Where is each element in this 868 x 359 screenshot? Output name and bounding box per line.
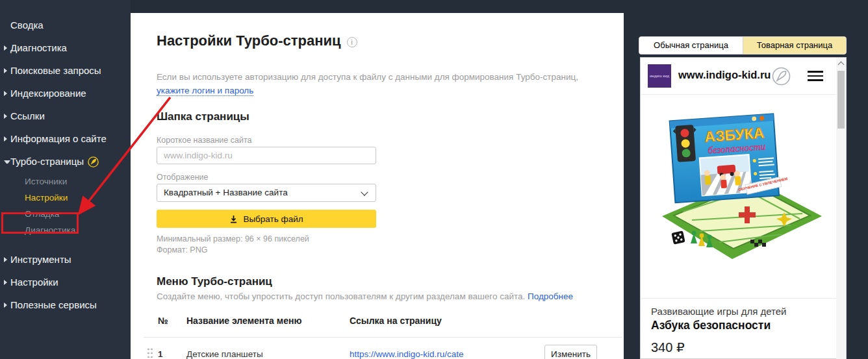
sidebar-item-label: Индексирование: [10, 86, 125, 101]
table-divider: [144, 337, 622, 338]
submenu-item-settings[interactable]: Настройки: [25, 192, 125, 204]
table-header-num: №: [158, 316, 168, 326]
sidebar-item-label: Настройки: [10, 275, 125, 290]
box-graphic: АЗБУКА безопасности: [669, 113, 789, 203]
scroll-up-icon[interactable]: [836, 58, 846, 68]
sidebar-item-search-queries[interactable]: Поисковые запросы: [4, 64, 125, 78]
sidebar-item-links[interactable]: Ссылки: [4, 109, 125, 123]
login-password-link[interactable]: укажите логин и пароль: [157, 86, 253, 96]
tab-product-page[interactable]: Товарная страница: [743, 37, 846, 54]
menu-burger-icon[interactable]: [808, 71, 823, 82]
sidebar-item-settings[interactable]: Настройки: [4, 275, 125, 290]
sidebar-item-label: Диагностика: [10, 41, 125, 55]
download-icon: [229, 215, 238, 223]
sidebar-item-indexing[interactable]: Индексирование: [4, 86, 125, 101]
sidebar-item-label: Полезные сервисы: [10, 298, 125, 312]
menu-description-text: Создайте меню, чтобы упростить доступ по…: [157, 291, 525, 301]
turbo-rocket-icon: [88, 156, 99, 171]
page-title: Настройки Турбо-страниц: [157, 32, 341, 49]
row-page-url-link[interactable]: https://www.indigo-kid.ru/cate: [350, 349, 464, 359]
sidebar-item-useful-services[interactable]: Полезные сервисы: [4, 298, 125, 312]
turbo-pages-submenu: Источники Настройки Отладка Диагностика: [4, 175, 125, 237]
chevron-right-icon: [4, 136, 10, 142]
display-label: Отображение: [157, 173, 208, 182]
preview-scrollbar: [836, 58, 846, 359]
tab-regular-page[interactable]: Обычная страница: [639, 37, 743, 54]
chevron-down-icon: [4, 160, 10, 164]
sidebar-item-site-info[interactable]: Информация о сайте: [4, 132, 125, 146]
format-hint: Формат: PNG: [157, 245, 207, 254]
divider: [641, 298, 837, 299]
sidebar-item-diagnostics[interactable]: Диагностика: [4, 41, 125, 55]
menu-description: Создайте меню, чтобы упростить доступ по…: [157, 291, 573, 301]
chevron-right-icon: [4, 68, 10, 73]
sidebar-item-label: Ссылки: [10, 109, 125, 123]
more-link[interactable]: Подробнее: [528, 291, 573, 301]
chevron-right-icon: [4, 91, 10, 96]
drag-handle-icon[interactable]: [147, 347, 153, 358]
edit-button[interactable]: Изменить: [544, 345, 597, 359]
preview-tabs: Обычная страница Товарная страница: [639, 36, 847, 55]
choose-file-button-label: Выбрать файл: [243, 214, 303, 224]
chevron-right-icon: [4, 303, 10, 308]
menu-section-title: Меню Турбо-страниц: [157, 275, 272, 288]
intro-text: Если вы используете авторизацию для дост…: [157, 72, 578, 82]
submenu-item-diagnostics[interactable]: Диагностика: [25, 224, 125, 237]
display-select-value: Квадратный + Название сайта: [164, 188, 288, 197]
yandex-webmaster-turbo-settings-page: { "sidebar": { "items": [ {"label": "Сво…: [0, 0, 868, 359]
sidebar-item-label: Информация о сайте: [10, 132, 125, 146]
sidebar-item-label: Инструменты: [10, 253, 125, 267]
sidebar-item-summary[interactable]: Сводка: [4, 18, 125, 32]
turbo-rocket-icon: [772, 67, 791, 88]
sidebar-item-turbo-pages[interactable]: Турбо-страницы: [4, 155, 125, 171]
chevron-right-icon: [4, 45, 10, 51]
sidebar: Сводка Диагностика Поисковые запросы Инд…: [0, 0, 131, 359]
submenu-item-debug[interactable]: Отладка: [25, 208, 125, 221]
chevron-right-icon: [4, 257, 10, 262]
table-header-name: Название элемента меню: [186, 316, 301, 326]
dice-graphic: [671, 230, 685, 244]
chevron-down-icon: [361, 188, 368, 195]
display-select[interactable]: Квадратный + Название сайта: [157, 184, 376, 202]
choose-file-button[interactable]: Выбрать файл: [157, 210, 376, 228]
site-url: www.indigo-kid.ru: [678, 69, 771, 81]
page-title-row: Настройки Турбо-страниц: [157, 32, 357, 49]
main-panel: Настройки Турбо-страниц Если вы использу…: [131, 13, 624, 359]
product-image: АЗБУКА безопасности: [641, 95, 837, 298]
site-name-label: Короткое название сайта: [157, 136, 252, 145]
product-name: Азбука безопасности: [651, 319, 771, 332]
sidebar-item-label: Турбо-страницы: [10, 155, 84, 169]
sidebar-item-label: Сводка: [10, 18, 125, 32]
submenu-item-sources[interactable]: Источники: [25, 175, 125, 188]
row-menu-item-name: Детские планшеты: [186, 349, 263, 359]
preview-site-header: индиго кид www.indigo-kid.ru: [641, 58, 837, 95]
site-logo: индиго кид: [648, 64, 671, 88]
min-size-hint: Минимальный размер: 96 × 96 пикселей: [157, 234, 309, 243]
table-header-url: Ссылка на страницу: [350, 316, 442, 326]
sidebar-item-tools[interactable]: Инструменты: [4, 253, 125, 267]
site-name-input[interactable]: [157, 147, 376, 164]
chevron-right-icon: [4, 280, 10, 285]
scrollbar-thumb[interactable]: [837, 71, 845, 129]
sidebar-item-label: Поисковые запросы: [10, 64, 125, 78]
header-section-title: Шапка страницы: [157, 110, 249, 123]
info-icon[interactable]: [347, 37, 357, 47]
product-category: Развивающие игры для детей: [651, 306, 786, 317]
intro-paragraph: Если вы используете авторизацию для дост…: [157, 70, 596, 97]
product-price: 340 ₽: [651, 340, 685, 355]
turbo-page-preview: индиго кид www.indigo-kid.ru: [640, 57, 847, 359]
row-number: 1: [158, 349, 163, 359]
chevron-right-icon: [4, 114, 10, 119]
